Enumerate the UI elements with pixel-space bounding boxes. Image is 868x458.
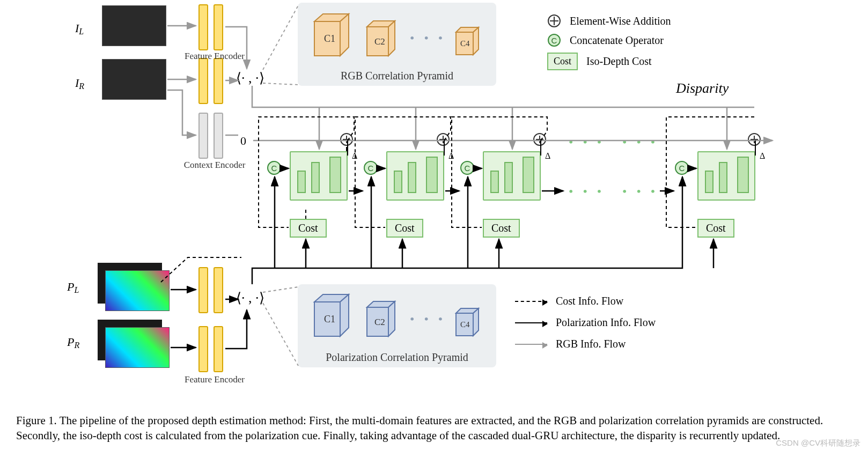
figure-caption: Figure 1. The pipeline of the proposed d… (16, 413, 853, 444)
feature-encoder-label-2: Feature Encoder (177, 374, 252, 385)
svg-marker-10 (473, 27, 479, 55)
ellipsis-top: • • • (569, 135, 605, 150)
svg-line-28 (263, 83, 298, 85)
plus-op-2 (437, 133, 450, 146)
svg-text:C4: C4 (460, 320, 470, 329)
image-IL (102, 5, 166, 46)
concat-op-2: C (364, 161, 378, 175)
svg-text:C4: C4 (460, 39, 470, 48)
cost-box-n: Cost (697, 219, 734, 238)
context-encoder (198, 113, 226, 159)
svg-marker-6 (388, 21, 395, 56)
feature-encoder-label-1: Feature Encoder (177, 51, 252, 62)
feature-encoder-IL (198, 4, 226, 50)
cost-box-3: Cost (483, 219, 520, 238)
gru-block-1 (290, 151, 348, 201)
delta-2: Δ (448, 151, 454, 161)
concat-op-3: C (460, 161, 474, 175)
ellipsis-mid: • • • (569, 184, 605, 199)
legend-cost: Cost Iso-Depth Cost (547, 53, 652, 70)
image-PL (105, 270, 170, 311)
input-PL: PL (67, 280, 79, 294)
svg-marker-22 (473, 308, 479, 336)
svg-line-27 (263, 5, 298, 70)
svg-line-40 (263, 303, 298, 366)
context-encoder-label: Context Encoder (177, 160, 252, 171)
svg-marker-14 (340, 294, 349, 336)
watermark: CSDN @CV科研随想录 (776, 438, 860, 448)
gru-block-n (697, 151, 755, 201)
zero-label: 0 (240, 134, 246, 148)
input-PR: PR (67, 335, 79, 349)
concat-icon: C (548, 34, 561, 47)
legend-flow-cost: Cost Info. Flow (515, 295, 623, 307)
legend-add: Element-Wise Addition (547, 14, 671, 28)
pol-dots: • • • (410, 312, 446, 327)
pol-cube-c4: C4 (451, 307, 484, 340)
delta-n: Δ (760, 151, 765, 161)
concat-op-n: C (675, 161, 689, 175)
delta-3: Δ (545, 151, 550, 161)
legend-flow-pol: Polarization Info. Flow (515, 316, 656, 329)
svg-line-39 (263, 287, 298, 292)
svg-text:C2: C2 (374, 317, 385, 327)
pol-cube-c2: C2 (361, 300, 401, 341)
image-PR (105, 327, 170, 368)
legend-flow-rgb: RGB Info. Flow (515, 338, 626, 350)
svg-marker-2 (340, 14, 349, 56)
plus-op-1 (340, 133, 353, 146)
inner-product-pol: ⟨· , ·⟩ (236, 290, 264, 306)
svg-marker-18 (388, 301, 395, 336)
svg-text:C1: C1 (324, 314, 335, 324)
svg-text:C2: C2 (374, 36, 385, 47)
rgb-dots: • • • (410, 31, 446, 46)
rgb-cube-c1: C1 (307, 12, 355, 60)
image-IR (102, 59, 166, 100)
ellipsis-top-2: • • • (622, 135, 658, 150)
input-IR: IR (75, 76, 84, 90)
plus-icon (548, 14, 561, 27)
rgb-pyramid-label: RGB Correlation Pyramid (298, 70, 496, 82)
svg-text:C1: C1 (324, 33, 335, 44)
cost-icon: Cost (547, 53, 578, 70)
plus-op-3 (533, 133, 546, 146)
pol-pyramid-label: Polarization Correlation Pyramid (298, 351, 496, 364)
delta-1: Δ (352, 151, 357, 161)
plus-op-n (748, 133, 761, 146)
gru-block-2 (386, 151, 444, 201)
cost-box-2: Cost (386, 219, 423, 238)
inner-product-rgb: ⟨· , ·⟩ (236, 70, 264, 86)
feature-encoder-PL (198, 267, 226, 313)
pol-cube-c1: C1 (307, 292, 355, 341)
rgb-cube-c2: C2 (361, 19, 401, 60)
gru-block-3 (483, 151, 541, 201)
cost-box-1: Cost (290, 219, 327, 238)
feature-encoder-IR (198, 58, 226, 104)
ellipsis-mid-2: • • • (622, 184, 658, 199)
legend-concat: C Concatenate Operator (547, 33, 664, 47)
rgb-cube-c4: C4 (451, 26, 484, 59)
feature-encoder-PR (198, 326, 226, 372)
input-IL: IL (75, 21, 84, 35)
disparity-label: Disparity (676, 80, 729, 97)
concat-op-1: C (267, 161, 281, 175)
